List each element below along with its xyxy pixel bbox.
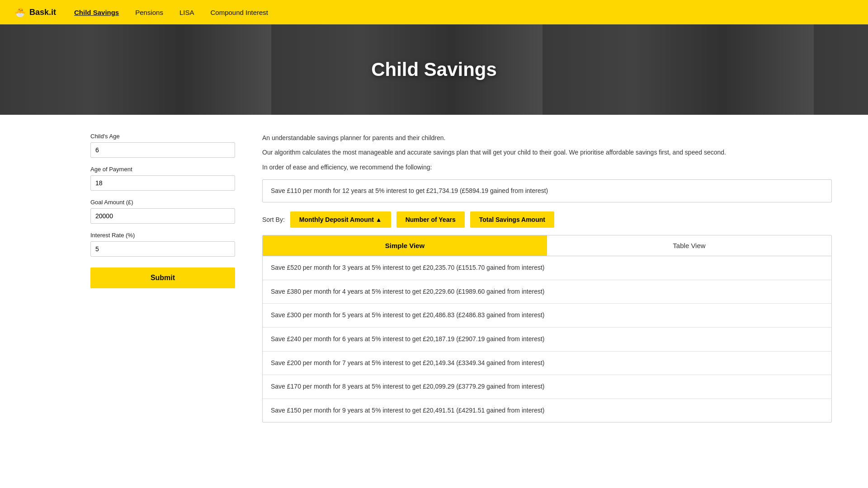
sort-by-row: Sort By: Monthly Deposit Amount ▲ Number… <box>262 211 832 228</box>
result-row-3: Save £240 per month for 6 years at 5% in… <box>263 328 831 352</box>
nav-logo[interactable]: 🐣 Bask.it <box>14 7 56 18</box>
field-childs-age: Child's Age <box>90 133 235 158</box>
label-childs-age: Child's Age <box>90 133 235 140</box>
sort-by-label: Sort By: <box>262 216 285 223</box>
sort-monthly-deposit[interactable]: Monthly Deposit Amount ▲ <box>290 211 391 228</box>
nav-link-child-savings[interactable]: Child Savings <box>74 9 119 16</box>
logo-text: Bask.it <box>29 8 56 17</box>
field-goal-amount: Goal Amount (£) <box>90 199 235 224</box>
sort-number-of-years[interactable]: Number of Years <box>396 211 465 228</box>
description-line2: Our algorithm calculates the most manage… <box>262 147 832 157</box>
label-goal-amount: Goal Amount (£) <box>90 199 235 206</box>
label-age-of-payment: Age of Payment <box>90 166 235 173</box>
nav-link-compound-interest[interactable]: Compound Interest <box>210 9 268 16</box>
field-interest-rate: Interest Rate (%) <box>90 232 235 257</box>
hero-banner: Child Savings <box>0 24 868 115</box>
input-goal-amount[interactable] <box>90 208 235 224</box>
result-row-5: Save £170 per month for 8 years at 5% in… <box>263 375 831 399</box>
navbar: 🐣 Bask.it Child Savings Pensions LISA Co… <box>0 0 868 24</box>
field-age-of-payment: Age of Payment <box>90 166 235 191</box>
result-row-0: Save £520 per month for 3 years at 5% in… <box>263 256 831 280</box>
submit-button[interactable]: Submit <box>90 267 235 288</box>
main-content: Child's Age Age of Payment Goal Amount (… <box>0 115 868 441</box>
results-panel: An understandable savings planner for pa… <box>262 133 832 422</box>
results-container: Simple View Table View Save £520 per mon… <box>262 235 832 422</box>
sort-total-savings[interactable]: Total Savings Amount <box>470 211 554 228</box>
label-interest-rate: Interest Rate (%) <box>90 232 235 239</box>
hero-title: Child Savings <box>371 59 497 80</box>
result-row-4: Save £200 per month for 7 years at 5% in… <box>263 352 831 375</box>
recommendation-box: Save £110 per month for 12 years at 5% i… <box>262 179 832 202</box>
description-line3: In order of ease and efficiency, we reco… <box>262 162 832 172</box>
view-tabs: Simple View Table View <box>263 235 831 256</box>
result-row-6: Save £150 per month for 9 years at 5% in… <box>263 399 831 422</box>
description-line1: An understandable savings planner for pa… <box>262 133 832 143</box>
result-row-2: Save £300 per month for 5 years at 5% in… <box>263 304 831 328</box>
result-rows: Save £520 per month for 3 years at 5% in… <box>263 256 831 422</box>
input-interest-rate[interactable] <box>90 241 235 257</box>
tab-simple-view[interactable]: Simple View <box>263 235 547 256</box>
logo-icon: 🐣 <box>14 7 26 18</box>
nav-links: Child Savings Pensions LISA Compound Int… <box>74 9 268 16</box>
form-panel: Child's Age Age of Payment Goal Amount (… <box>90 133 235 288</box>
recommendation-text: Save £110 per month for 12 years at 5% i… <box>271 187 548 194</box>
nav-link-lisa[interactable]: LISA <box>179 9 194 16</box>
tab-table-view[interactable]: Table View <box>547 235 831 256</box>
input-childs-age[interactable] <box>90 142 235 158</box>
result-row-1: Save £380 per month for 4 years at 5% in… <box>263 280 831 304</box>
nav-link-pensions[interactable]: Pensions <box>135 9 163 16</box>
input-age-of-payment[interactable] <box>90 175 235 191</box>
